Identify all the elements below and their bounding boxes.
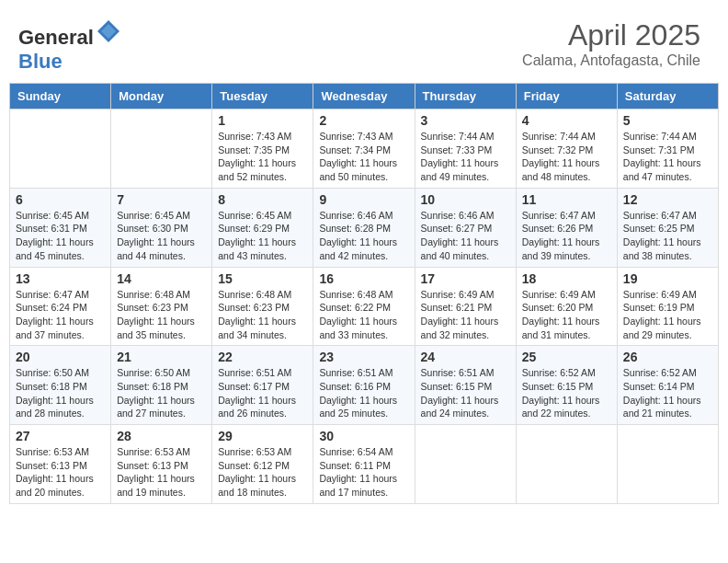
table-row: 21Sunrise: 6:50 AM Sunset: 6:18 PM Dayli… [111,346,212,425]
table-row [617,425,718,504]
day-info: Sunrise: 6:47 AM Sunset: 6:26 PM Dayligh… [522,209,611,263]
calendar-week-row: 27Sunrise: 6:53 AM Sunset: 6:13 PM Dayli… [10,425,719,504]
day-number: 22 [218,350,307,364]
table-row: 10Sunrise: 6:46 AM Sunset: 6:27 PM Dayli… [415,188,516,267]
day-number: 29 [218,429,307,443]
table-row: 16Sunrise: 6:48 AM Sunset: 6:22 PM Dayli… [313,267,415,346]
day-info: Sunrise: 7:44 AM Sunset: 7:33 PM Dayligh… [421,130,510,184]
table-row: 11Sunrise: 6:47 AM Sunset: 6:26 PM Dayli… [516,188,617,267]
table-row: 27Sunrise: 6:53 AM Sunset: 6:13 PM Dayli… [10,425,111,504]
col-monday: Monday [111,84,212,109]
day-number: 27 [16,429,105,443]
day-info: Sunrise: 6:46 AM Sunset: 6:27 PM Dayligh… [421,209,510,263]
table-row [10,109,111,189]
day-info: Sunrise: 6:47 AM Sunset: 6:24 PM Dayligh… [16,288,105,342]
day-info: Sunrise: 6:51 AM Sunset: 6:15 PM Dayligh… [421,366,510,420]
calendar-week-row: 13Sunrise: 6:47 AM Sunset: 6:24 PM Dayli… [10,267,719,346]
table-row: 17Sunrise: 6:49 AM Sunset: 6:21 PM Dayli… [415,267,516,346]
day-info: Sunrise: 6:50 AM Sunset: 6:18 PM Dayligh… [117,366,206,420]
day-number: 1 [218,113,307,128]
day-number: 4 [522,113,611,128]
day-number: 17 [421,271,510,286]
table-row: 8Sunrise: 6:45 AM Sunset: 6:29 PM Daylig… [212,188,313,267]
table-row: 13Sunrise: 6:47 AM Sunset: 6:24 PM Dayli… [10,267,111,346]
calendar-week-row: 6Sunrise: 6:45 AM Sunset: 6:31 PM Daylig… [10,188,719,267]
day-info: Sunrise: 6:45 AM Sunset: 6:30 PM Dayligh… [117,209,206,263]
table-row: 14Sunrise: 6:48 AM Sunset: 6:23 PM Dayli… [111,267,212,346]
day-number: 11 [522,192,611,207]
table-row: 1Sunrise: 7:43 AM Sunset: 7:35 PM Daylig… [212,109,313,189]
day-number: 5 [623,113,712,128]
day-info: Sunrise: 6:48 AM Sunset: 6:23 PM Dayligh… [117,288,206,342]
day-info: Sunrise: 6:53 AM Sunset: 6:13 PM Dayligh… [16,445,105,500]
day-info: Sunrise: 6:49 AM Sunset: 6:20 PM Dayligh… [522,288,611,342]
table-row: 26Sunrise: 6:52 AM Sunset: 6:14 PM Dayli… [617,346,718,425]
table-row: 5Sunrise: 7:44 AM Sunset: 7:31 PM Daylig… [617,109,718,189]
table-row: 25Sunrise: 6:52 AM Sunset: 6:15 PM Dayli… [516,346,617,425]
calendar-week-row: 1Sunrise: 7:43 AM Sunset: 7:35 PM Daylig… [10,109,719,189]
table-row: 30Sunrise: 6:54 AM Sunset: 6:11 PM Dayli… [313,425,415,504]
day-info: Sunrise: 6:51 AM Sunset: 6:17 PM Dayligh… [218,366,307,420]
day-number: 8 [218,192,307,207]
day-info: Sunrise: 6:47 AM Sunset: 6:25 PM Dayligh… [623,209,712,263]
day-info: Sunrise: 6:53 AM Sunset: 6:13 PM Dayligh… [117,445,206,500]
day-number: 28 [117,429,206,443]
calendar-header-row: Sunday Monday Tuesday Wednesday Thursday… [10,84,719,109]
day-number: 21 [117,350,206,364]
table-row: 4Sunrise: 7:44 AM Sunset: 7:32 PM Daylig… [516,109,617,189]
day-info: Sunrise: 6:50 AM Sunset: 6:18 PM Dayligh… [16,366,105,420]
calendar-title: April 2025 [522,18,700,52]
day-number: 2 [319,113,408,128]
col-wednesday: Wednesday [313,84,415,109]
calendar-table: Sunday Monday Tuesday Wednesday Thursday… [9,83,719,504]
col-sunday: Sunday [10,84,111,109]
table-row: 24Sunrise: 6:51 AM Sunset: 6:15 PM Dayli… [415,346,516,425]
page-header: General Blue April 2025 Calama, Antofaga… [9,9,719,78]
table-row [516,425,617,504]
col-saturday: Saturday [617,84,718,109]
day-number: 9 [319,192,408,207]
col-tuesday: Tuesday [212,84,313,109]
day-info: Sunrise: 7:44 AM Sunset: 7:32 PM Dayligh… [522,130,611,184]
table-row: 20Sunrise: 6:50 AM Sunset: 6:18 PM Dayli… [10,346,111,425]
table-row: 15Sunrise: 6:48 AM Sunset: 6:23 PM Dayli… [212,267,313,346]
day-info: Sunrise: 6:52 AM Sunset: 6:14 PM Dayligh… [623,366,712,420]
day-info: Sunrise: 6:52 AM Sunset: 6:15 PM Dayligh… [522,366,611,420]
calendar-location: Calama, Antofagasta, Chile [522,52,700,69]
day-info: Sunrise: 6:48 AM Sunset: 6:22 PM Dayligh… [319,288,408,342]
day-number: 15 [218,271,307,286]
table-row: 6Sunrise: 6:45 AM Sunset: 6:31 PM Daylig… [10,188,111,267]
day-number: 18 [522,271,611,286]
title-block: April 2025 Calama, Antofagasta, Chile [522,18,700,69]
table-row [415,425,516,504]
day-info: Sunrise: 7:44 AM Sunset: 7:31 PM Dayligh… [623,130,712,184]
day-number: 10 [421,192,510,207]
table-row: 18Sunrise: 6:49 AM Sunset: 6:20 PM Dayli… [516,267,617,346]
day-number: 26 [623,350,712,364]
day-info: Sunrise: 6:45 AM Sunset: 6:29 PM Dayligh… [218,209,307,263]
logo-general: General [18,26,94,49]
day-info: Sunrise: 6:46 AM Sunset: 6:28 PM Dayligh… [319,209,408,263]
day-number: 14 [117,271,206,286]
table-row: 3Sunrise: 7:44 AM Sunset: 7:33 PM Daylig… [415,109,516,189]
table-row [111,109,212,189]
day-info: Sunrise: 6:49 AM Sunset: 6:21 PM Dayligh… [421,288,510,342]
day-number: 16 [319,271,408,286]
logo-icon [96,18,121,44]
day-info: Sunrise: 6:49 AM Sunset: 6:19 PM Dayligh… [623,288,712,342]
table-row: 19Sunrise: 6:49 AM Sunset: 6:19 PM Dayli… [617,267,718,346]
day-info: Sunrise: 7:43 AM Sunset: 7:34 PM Dayligh… [319,130,408,184]
logo-blue: Blue [18,50,63,73]
day-number: 13 [16,271,105,286]
col-friday: Friday [516,84,617,109]
day-info: Sunrise: 6:51 AM Sunset: 6:16 PM Dayligh… [319,366,408,420]
day-info: Sunrise: 6:54 AM Sunset: 6:11 PM Dayligh… [319,445,408,500]
day-info: Sunrise: 6:53 AM Sunset: 6:12 PM Dayligh… [218,445,307,500]
table-row: 9Sunrise: 6:46 AM Sunset: 6:28 PM Daylig… [313,188,415,267]
table-row: 29Sunrise: 6:53 AM Sunset: 6:12 PM Dayli… [212,425,313,504]
day-info: Sunrise: 7:43 AM Sunset: 7:35 PM Dayligh… [218,130,307,184]
day-number: 19 [623,271,712,286]
day-number: 30 [319,429,408,443]
day-number: 20 [16,350,105,364]
day-number: 12 [623,192,712,207]
